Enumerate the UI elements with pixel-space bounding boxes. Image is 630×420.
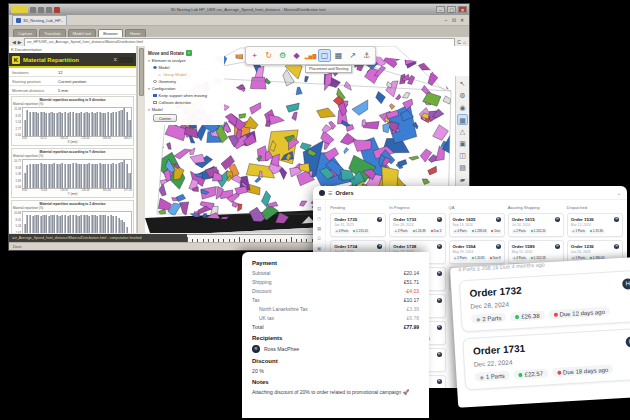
orders-top-bar: ☰ Orders ⌄ bbox=[313, 186, 627, 200]
parts-icon: ◆ bbox=[476, 316, 481, 322]
price-badge: £26.38 bbox=[510, 310, 545, 321]
tab-capture[interactable]: Capture bbox=[13, 29, 37, 37]
sidebar-icon-4[interactable]: ▣ bbox=[317, 246, 321, 251]
sidebar-icon-1[interactable]: ◷ bbox=[317, 216, 321, 221]
undo-icon[interactable] bbox=[38, 7, 44, 13]
close-button[interactable]: ✕ bbox=[458, 6, 467, 13]
statistics-icon[interactable]: ▂▅▇ bbox=[304, 49, 317, 62]
optimize-icon[interactable]: ⚙ bbox=[276, 49, 289, 62]
report-scrollbar[interactable] bbox=[137, 46, 145, 233]
nest-icon[interactable]: ◆ bbox=[290, 49, 303, 62]
solid-view-icon[interactable]: ▣ bbox=[457, 138, 468, 149]
prism-icon[interactable]: △ bbox=[457, 126, 468, 137]
column-header: In Progress bbox=[389, 205, 445, 210]
bar bbox=[128, 120, 130, 136]
chevron-down-icon[interactable]: ⌄ bbox=[617, 190, 621, 196]
doc-restore-button[interactable]: ⊡ bbox=[450, 17, 458, 23]
maximize-button[interactable]: ▢ bbox=[447, 6, 456, 13]
assignee-avatar: H bbox=[437, 379, 442, 384]
chart-x-label: X (mm) bbox=[13, 140, 132, 144]
payment-heading: Payment bbox=[252, 260, 419, 266]
x-tick: 184.23 bbox=[60, 137, 68, 140]
shade-view-icon[interactable]: ▰ bbox=[457, 174, 468, 185]
price-dot-icon bbox=[472, 257, 474, 259]
refresh-icon[interactable]: C bbox=[457, 39, 461, 45]
scrollbar-thumb[interactable] bbox=[139, 48, 144, 96]
order-card[interactable]: Order 1589HMay 15, 2024◆4 Parts£ 202.18 bbox=[508, 240, 564, 264]
menu-icon[interactable]: ☰ bbox=[328, 190, 332, 196]
document-tab[interactable]: 3D_Nesting_Lab_HP... bbox=[12, 15, 67, 25]
payment-row: Total£77.99 bbox=[252, 324, 419, 330]
parameter-label: Starting position bbox=[12, 79, 58, 84]
price-dot-icon bbox=[413, 230, 415, 232]
configuration-label: Configuration bbox=[152, 86, 176, 91]
keep-support-checkbox[interactable]: Keep support when moving bbox=[153, 93, 222, 98]
center-button[interactable]: Center bbox=[153, 114, 177, 122]
card-badges: ◆1 Parts£ 31.80 bbox=[571, 229, 619, 234]
x-tick: 460.57 bbox=[124, 137, 132, 140]
order-card[interactable]: Order 1733HDec 28, 2024◆2 Parts£ 26.38Du… bbox=[389, 213, 445, 237]
grid-icon[interactable]: ▦ bbox=[457, 114, 468, 125]
back-icon[interactable]: ◀ bbox=[12, 39, 16, 45]
rotate-part-icon[interactable]: ↻ bbox=[262, 49, 275, 62]
print-icon[interactable] bbox=[46, 7, 52, 13]
collapse-icon[interactable]: ▾ bbox=[148, 108, 150, 112]
parts-badge: ◆2 Parts bbox=[453, 256, 469, 261]
tab-model-test[interactable]: Model test bbox=[68, 29, 96, 37]
order-card[interactable]: Order 1615HJul 24, 2024◆2 Parts£ 202.20 bbox=[508, 213, 564, 237]
card-top: Order 1735H bbox=[334, 217, 382, 222]
tab-browser[interactable]: Browser bbox=[98, 29, 123, 37]
column-header: QA bbox=[449, 205, 505, 210]
cad-title-bar[interactable]: 3D Nesting Lab HP_USR usr_Average_Speed_… bbox=[9, 4, 469, 15]
payment-value: £10.17 bbox=[404, 297, 419, 303]
chart-bars bbox=[22, 159, 132, 189]
order-card-large[interactable]: Order 1731HDec 22, 2024◆1 Parts£22.57Due… bbox=[462, 327, 630, 390]
forward-icon[interactable]: ▶ bbox=[18, 39, 22, 45]
due-badge: Due 12 days ago bbox=[429, 229, 441, 234]
order-card[interactable]: Order 1635HSep 13, 2024◆4 Parts£ 238.08D… bbox=[449, 213, 505, 237]
model-radio[interactable]: Model bbox=[153, 65, 222, 70]
order-card[interactable]: Order 1735HJan 31, 2025◆4 Parts£ 215.41 bbox=[330, 213, 386, 237]
payment-row: Subtotal£20.14 bbox=[252, 270, 419, 276]
geometry-radio[interactable]: Geometry bbox=[153, 79, 222, 84]
tab-home[interactable]: Home bbox=[125, 29, 146, 37]
bounding-box-icon[interactable]: ▢ bbox=[318, 49, 331, 62]
payment-row: Discount-£4.03 bbox=[252, 288, 419, 294]
doc-minimize-button[interactable]: – bbox=[442, 17, 450, 23]
hatch-view-icon[interactable]: ▨ bbox=[457, 162, 468, 173]
sidebar-icon-2[interactable]: ▦ bbox=[317, 226, 321, 231]
order-card[interactable]: Order 1594HMay 29, 2024◆2 Parts£ 20.81Du… bbox=[449, 240, 505, 264]
collision-checkbox[interactable]: Collision detection bbox=[153, 100, 222, 105]
due-dot-icon bbox=[490, 257, 492, 259]
sidebar-icon-0[interactable]: ▤ bbox=[317, 206, 321, 211]
sidebar-icon-3[interactable]: ☰ bbox=[317, 236, 321, 241]
price-badge: £ 238.08 bbox=[470, 229, 488, 234]
warning-icon: ⚠ bbox=[158, 73, 161, 77]
split-view-icon[interactable]: ◫ bbox=[457, 150, 468, 161]
grid-layout-icon[interactable]: ▦ bbox=[332, 49, 345, 62]
tab-translate[interactable]: Translate bbox=[39, 29, 66, 37]
doc-close-button[interactable]: ✕ bbox=[458, 17, 466, 23]
chart-y-ticks: 11.088.315.542.770.00 bbox=[13, 107, 22, 137]
order-card-large[interactable]: Order 1732HDec 28, 2024◆2 Parts£26.38Due… bbox=[459, 270, 630, 333]
order-card[interactable]: Order 1536HMar 12, 2024◆1 Parts£ 31.80 bbox=[567, 213, 623, 237]
record-icon[interactable] bbox=[54, 7, 60, 13]
price-dot-icon bbox=[590, 230, 592, 232]
order-id: Order 1733 bbox=[393, 217, 416, 222]
collapse-icon[interactable]: ▾ bbox=[148, 87, 150, 91]
minimize-button[interactable]: – bbox=[436, 6, 445, 13]
collapse-icon[interactable]: ▾ bbox=[148, 59, 150, 63]
add-part-icon[interactable]: + bbox=[248, 49, 261, 62]
cursor-icon[interactable]: ↖ bbox=[457, 78, 468, 89]
notes-heading: Notes bbox=[252, 379, 419, 385]
gear-icon[interactable]: ⚙ bbox=[457, 90, 468, 101]
anchor-icon[interactable]: ⚓ bbox=[360, 49, 373, 62]
recipient-row[interactable]: R Ross MacPhee bbox=[252, 345, 419, 353]
price-dot-icon bbox=[472, 230, 474, 232]
payment-value: £3.39 bbox=[406, 306, 419, 312]
group-model-item[interactable]: ⚠Group Model bbox=[158, 72, 222, 77]
home-icon[interactable]: ⌂ bbox=[463, 39, 466, 45]
export-icon[interactable]: ↗ bbox=[346, 49, 359, 62]
save-icon[interactable] bbox=[30, 7, 36, 13]
record-icon[interactable]: ◉ bbox=[457, 102, 468, 113]
